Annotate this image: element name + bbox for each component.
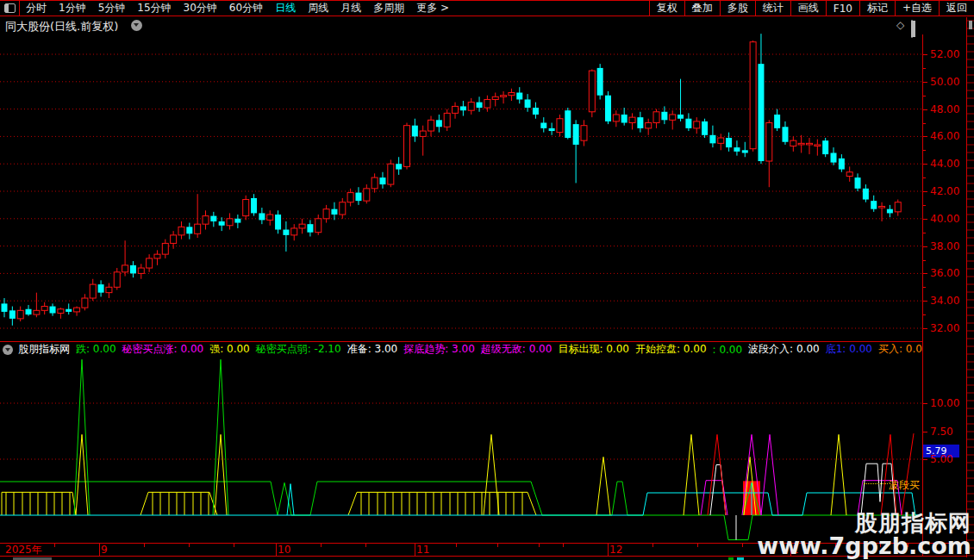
indicator-field: 强: 0.00 bbox=[209, 342, 250, 357]
toolbar-item-1min[interactable]: 1分钟 bbox=[53, 1, 92, 16]
price-axis-label: 34.00 bbox=[930, 295, 959, 307]
app-window: 分时1分钟5分钟15分钟30分钟60分钟日线周线月线多周期更多 > 复权叠加多股… bbox=[0, 0, 974, 560]
toolbar-item-weekly[interactable]: 周线 bbox=[302, 1, 334, 16]
indicator-field: 秘密买点弱: -2.10 bbox=[256, 342, 341, 357]
main-candlestick-chart[interactable] bbox=[0, 34, 922, 341]
toolbar-item-back[interactable]: 返回 bbox=[939, 1, 974, 16]
price-axis-label: 32.00 bbox=[930, 322, 959, 334]
axis-tick bbox=[923, 314, 926, 315]
indicator-field: 准备: 3.00 bbox=[347, 342, 398, 357]
axis-tick bbox=[923, 164, 927, 165]
indicator-field: 底1: 0.00 bbox=[826, 342, 872, 357]
indicator-series-red-rise bbox=[902, 433, 914, 515]
toolbar-item-stats[interactable]: 统计 bbox=[755, 1, 790, 16]
axis-tick bbox=[923, 287, 926, 288]
toolbar-item-60min[interactable]: 60分钟 bbox=[223, 1, 269, 16]
axis-tick bbox=[923, 123, 926, 124]
window-split-button[interactable] bbox=[0, 1, 20, 16]
indicator-field: 买入: 0.00 bbox=[878, 342, 922, 357]
watermark-url: www.7gpzb.com bbox=[757, 535, 971, 557]
toolbar-tools-group: 复权叠加多股统计画线F10标记+自选返回 bbox=[649, 1, 974, 16]
indicator-field: 目标出现: 0.00 bbox=[558, 342, 629, 357]
toolbar-item-f10[interactable]: F10 bbox=[826, 1, 859, 16]
toolbar-item-5min[interactable]: 5分钟 bbox=[92, 1, 132, 16]
band-buy-signal-label: 波段买 bbox=[889, 478, 920, 493]
indicator-series-red-spike-2 bbox=[881, 434, 896, 515]
axis-tick bbox=[923, 260, 926, 261]
toolbar-item-multi-stock[interactable]: 多股 bbox=[720, 1, 755, 16]
date-label: 2025年 bbox=[5, 544, 42, 556]
toolbar-item-fenshi[interactable]: 分时 bbox=[20, 1, 53, 16]
price-axis-label: 46.00 bbox=[930, 130, 959, 142]
axis-tick bbox=[923, 109, 927, 110]
indicator-field: 开始控盘: 0.00 bbox=[635, 342, 707, 357]
date-separator bbox=[99, 544, 100, 557]
axis-tick bbox=[923, 68, 926, 69]
toolbar-item-multi-period[interactable]: 多周期 bbox=[367, 1, 410, 16]
indicator-field: 波段介入: 0.00 bbox=[748, 342, 820, 357]
title-bar: 同大股份(日线.前复权) ◇ bbox=[0, 17, 974, 34]
top-toolbar: 分时1分钟5分钟15分钟30分钟60分钟日线周线月线多周期更多 > 复权叠加多股… bbox=[0, 0, 974, 16]
date-tick bbox=[144, 544, 145, 547]
indicator-field: 秘密买点涨: 0.00 bbox=[122, 342, 204, 357]
toolbar-item-more[interactable]: 更多 > bbox=[410, 1, 455, 16]
toolbar-item-30min[interactable]: 30分钟 bbox=[178, 1, 223, 16]
price-axis-label: 50.00 bbox=[930, 76, 959, 88]
date-tick bbox=[742, 544, 743, 547]
axis-tick bbox=[923, 82, 927, 83]
window-split-icon bbox=[4, 3, 16, 13]
toolbar-period-group: 分时1分钟5分钟15分钟30分钟60分钟日线周线月线多周期更多 > bbox=[0, 1, 455, 16]
date-label: 9 bbox=[101, 544, 108, 556]
indicator-field: 探底趋势: 3.00 bbox=[403, 342, 475, 357]
right-edge-strip[interactable] bbox=[966, 17, 974, 560]
axis-tick bbox=[923, 96, 926, 96]
toolbar-item-draw[interactable]: 画线 bbox=[790, 1, 826, 16]
axis-tick bbox=[923, 205, 926, 206]
indicator-axis-label: 5.00 bbox=[930, 453, 953, 465]
axis-tick bbox=[923, 273, 927, 274]
toolbar-item-monthly[interactable]: 月线 bbox=[334, 1, 367, 16]
watermark: 股朋指标网 www.7gpzb.com bbox=[757, 512, 971, 557]
date-separator bbox=[276, 544, 277, 557]
date-separator bbox=[608, 544, 609, 557]
toolbar-item-daily[interactable]: 日线 bbox=[269, 1, 302, 16]
date-tick bbox=[652, 544, 653, 547]
date-label: 11 bbox=[416, 544, 429, 556]
indicator-series-yellow-spike-4 bbox=[596, 457, 610, 515]
date-tick bbox=[697, 544, 698, 547]
date-tick bbox=[234, 544, 234, 547]
axis-tick bbox=[923, 177, 926, 178]
watermark-site-name: 股朋指标网 bbox=[757, 512, 971, 535]
toolbar-item-15min[interactable]: 15分钟 bbox=[131, 1, 177, 16]
toolbar-item-fuquan[interactable]: 复权 bbox=[649, 1, 684, 16]
date-tick bbox=[456, 544, 457, 547]
indicator-header: 股朋指标网 跌: 0.00秘密买点涨: 0.00强: 0.00秘密买点弱: -2… bbox=[0, 341, 922, 357]
date-tick bbox=[54, 544, 55, 547]
date-tick bbox=[365, 544, 366, 547]
axis-tick bbox=[923, 328, 927, 329]
chevron-down-icon[interactable] bbox=[131, 20, 142, 31]
indicator-field: : 0.00 bbox=[713, 344, 743, 356]
indicator-axis-label: 7.50 bbox=[930, 426, 953, 438]
diamond-icon[interactable]: ◇ bbox=[896, 19, 904, 31]
toolbar-item-mark[interactable]: 标记 bbox=[859, 1, 895, 16]
symbol-title: 同大股份(日线.前复权) bbox=[5, 19, 118, 34]
axis-tick bbox=[923, 54, 927, 55]
price-axis-label: 44.00 bbox=[930, 158, 959, 170]
axis-tick bbox=[923, 459, 927, 460]
date-separator bbox=[415, 544, 415, 557]
price-axis-label: 52.00 bbox=[930, 48, 959, 60]
indicator-field: 超级无敌: 0.00 bbox=[481, 342, 553, 357]
indicator-axis-label: 10.00 bbox=[930, 397, 959, 409]
price-axis-label: 36.00 bbox=[930, 267, 959, 279]
date-label: 12 bbox=[609, 544, 622, 556]
axis-tick bbox=[923, 136, 927, 137]
toolbar-item-overlay[interactable]: 叠加 bbox=[684, 1, 720, 16]
axis-tick bbox=[923, 246, 927, 247]
chevron-down-circle-icon[interactable] bbox=[3, 345, 13, 355]
axis-tick bbox=[923, 191, 927, 192]
toolbar-item-add-watch[interactable]: +自选 bbox=[895, 1, 939, 16]
price-axis-label: 48.00 bbox=[930, 103, 959, 115]
axis-tick bbox=[923, 219, 927, 220]
price-axis-label: 42.00 bbox=[930, 185, 959, 197]
